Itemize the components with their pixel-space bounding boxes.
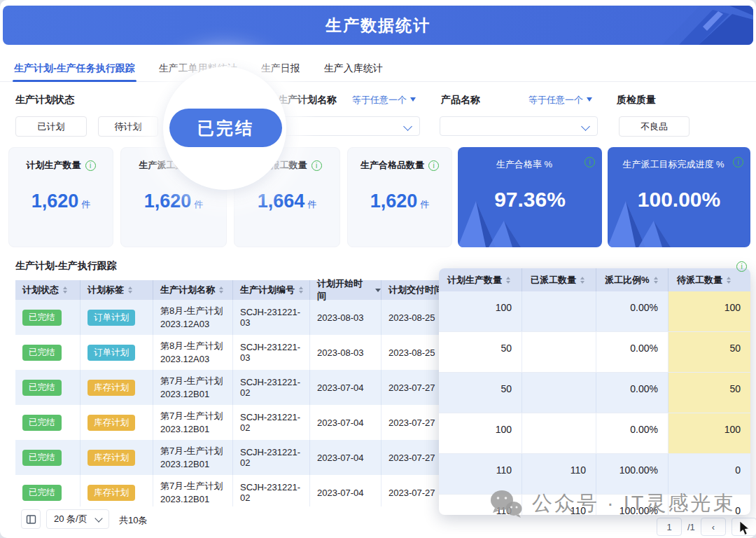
- sort-icon[interactable]: [219, 287, 223, 294]
- tag-badge: 订单计划: [88, 310, 135, 326]
- sort-icon[interactable]: [128, 287, 132, 294]
- tag-badge: 库存计划: [88, 415, 135, 431]
- panel-row: 50 0.00% 50: [439, 373, 750, 413]
- table-row: 已完结 订单计划 第8月-生产计划2023.12A03 SCJH-231221-…: [15, 300, 458, 335]
- quality-button-defective[interactable]: 不良品: [619, 116, 690, 137]
- total-count-label: 共10条: [119, 514, 147, 527]
- watermark-text: 公众号 · IT灵感光束: [532, 490, 736, 518]
- info-icon[interactable]: i: [736, 261, 747, 272]
- kpi-card-qualified-qty: 生产合格品数量i 1,620件: [347, 147, 452, 247]
- panel-row: 100 0.00% 100: [439, 413, 750, 454]
- page-header: 生产数据统计: [3, 6, 753, 45]
- sort-icon[interactable]: [63, 287, 67, 294]
- caret-down-icon: [587, 97, 592, 102]
- filter-status-label: 生产计划状态: [15, 92, 74, 106]
- kpi-card-dispatch-progress: 生产派工目标完成进度 % i 100.00%: [608, 147, 750, 247]
- prev-page-button[interactable]: ‹: [701, 518, 726, 536]
- product-select[interactable]: [440, 116, 598, 136]
- status-button-completed[interactable]: 已完结: [169, 109, 282, 147]
- tab-production-daily-report[interactable]: 生产日报: [260, 56, 302, 81]
- wechat-icon: [489, 489, 524, 518]
- status-badge: 已完结: [22, 450, 62, 466]
- tag-badge: 库存计划: [88, 485, 135, 501]
- page-title: 生产数据统计: [326, 15, 430, 36]
- current-page-box[interactable]: 1: [657, 518, 682, 536]
- dispatch-detail-panel: 计划生产数量 已派工数量 派工比例% 待派工数量 100 0.00% 100 5…: [439, 268, 750, 515]
- table-row: 已完结 库存计划 第7月-生产计划2023.12B01 SCJH-231221-…: [15, 370, 458, 405]
- sort-icon[interactable]: [580, 277, 584, 284]
- plan-name-operator[interactable]: 等于任意一个: [352, 93, 416, 107]
- sort-icon[interactable]: [506, 277, 510, 284]
- chevron-down-icon: [94, 514, 102, 522]
- chevron-down-icon: [403, 122, 412, 131]
- status-badge: 已完结: [22, 380, 62, 396]
- tag-badge: 库存计划: [88, 450, 135, 466]
- table-header-row: 计划状态 计划标签 生产计划名称 生产计划编号 计划开始时间 计划交付时间: [15, 280, 458, 300]
- table-row: 已完结 库存计划 第7月-生产计划2023.12B01 SCJH-231221-…: [15, 475, 458, 510]
- info-icon[interactable]: i: [85, 160, 96, 171]
- total-pages-label: /1: [687, 522, 695, 532]
- filter-quality-label: 质检质量: [617, 92, 656, 106]
- caret-down-icon: [410, 97, 416, 102]
- info-icon[interactable]: i: [733, 157, 743, 167]
- tag-badge: 库存计划: [88, 380, 135, 396]
- info-icon[interactable]: i: [584, 157, 595, 167]
- sort-icon[interactable]: [727, 277, 731, 284]
- dashboard-root: 生产数据统计 生产计划-生产任务执行跟踪 生产工单用料统计 生产日报 生产入库统…: [0, 0, 756, 538]
- tab-production-inbound-stats[interactable]: 生产入库统计: [323, 56, 384, 81]
- section-title: 生产计划-生产执行跟踪: [15, 260, 117, 273]
- table-row: 已完结 订单计划 第8月-生产计划2023.12A03 SCJH-231221-…: [15, 335, 458, 370]
- plan-name-select[interactable]: [277, 116, 420, 136]
- mouse-cursor: [739, 521, 750, 537]
- page-size-select[interactable]: 20 条/页: [46, 509, 109, 529]
- panel-row: 100 0.00% 100: [439, 291, 750, 332]
- kpi-card-pass-rate: 生产合格率 % i 97.36%: [458, 147, 602, 247]
- table-row: 已完结 库存计划 第7月-生产计划2023.12B01 SCJH-231221-…: [15, 405, 458, 440]
- columns-icon: [26, 514, 36, 525]
- product-operator[interactable]: 等于任意一个: [528, 93, 592, 107]
- status-badge: 已完结: [22, 485, 62, 501]
- status-badge: 已完结: [22, 345, 62, 361]
- status-button-planned[interactable]: 已计划: [15, 116, 87, 137]
- sort-icon[interactable]: [654, 277, 658, 284]
- table-row: 已完结 库存计划 第7月-生产计划2023.12B01 SCJH-231221-…: [15, 440, 458, 475]
- panel-header-row: 计划生产数量 已派工数量 派工比例% 待派工数量: [439, 268, 750, 291]
- info-icon[interactable]: i: [428, 160, 439, 171]
- production-tracking-table: 计划状态 计划标签 生产计划名称 生产计划编号 计划开始时间 计划交付时间 已完…: [15, 280, 458, 510]
- info-icon[interactable]: i: [312, 160, 322, 171]
- caret-down-icon[interactable]: [375, 289, 381, 292]
- status-badge: 已完结: [22, 310, 62, 326]
- tag-badge: 订单计划: [88, 345, 135, 361]
- watermark: 公众号 · IT灵感光束: [489, 489, 736, 518]
- banner-decoration: [592, 6, 753, 45]
- filter-product-label: 产品名称: [441, 92, 480, 106]
- column-settings-button[interactable]: [21, 509, 41, 529]
- panel-row: 50 0.00% 50: [439, 332, 750, 373]
- tab-production-plan-task-tracking[interactable]: 生产计划-生产任务执行跟踪: [13, 56, 136, 81]
- tab-bar: 生产计划-生产任务执行跟踪 生产工单用料统计 生产日报 生产入库统计: [0, 56, 756, 82]
- status-button-pending[interactable]: 待计划: [98, 116, 158, 137]
- status-badge: 已完结: [22, 415, 62, 431]
- chevron-down-icon: [581, 122, 590, 131]
- kpi-card-planned-qty: 计划生产数量i 1,620件: [8, 147, 113, 247]
- sort-icon[interactable]: [299, 287, 303, 294]
- filter-plan-name-label: 生产计划名称: [278, 92, 337, 106]
